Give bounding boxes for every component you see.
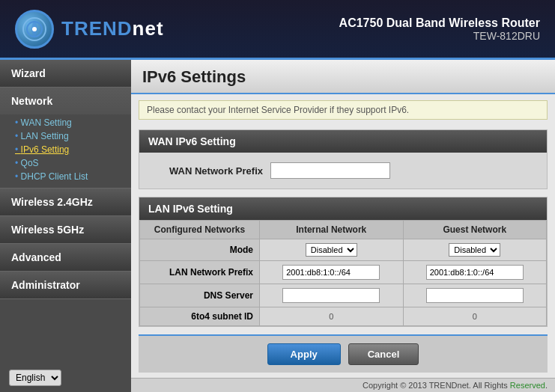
language-select[interactable]: English — [9, 370, 61, 386]
prefix-internal-cell — [260, 261, 404, 284]
main-layout: Wizard Network WAN Setting LAN Setting I… — [0, 60, 555, 392]
wan-prefix-label: WAN Network Prefix — [151, 165, 270, 177]
col-guest: Guest Network — [403, 221, 547, 239]
apply-button[interactable]: Apply — [267, 343, 341, 365]
lan-table: Configured Networks Internal Network Gue… — [139, 220, 547, 326]
dns-guest-input[interactable] — [426, 288, 524, 303]
6to4-label: 6to4 subnet ID — [140, 307, 260, 326]
sidebar-link-wan[interactable]: WAN Setting — [0, 116, 131, 129]
wan-section-header: WAN IPv6 Setting — [139, 130, 547, 153]
wan-prefix-row: WAN Network Prefix — [139, 159, 547, 183]
sidebar-section-network-title[interactable]: Network — [0, 88, 131, 114]
copyright-reserved: Reserved — [510, 381, 545, 390]
logo-brand: TREND — [61, 17, 133, 40]
6to4-guest-cell: 0 — [403, 307, 547, 326]
lan-row-dns: DNS Server — [140, 284, 547, 307]
sidebar-item-administrator[interactable]: Administrator — [0, 272, 131, 299]
lan-ipv6-section: LAN IPv6 Setting Configured Networks Int… — [139, 197, 548, 327]
device-model: AC1750 Dual Band Wireless Router — [339, 16, 540, 30]
cancel-button[interactable]: Cancel — [348, 343, 419, 365]
prefix-label: LAN Network Prefix — [140, 261, 260, 284]
device-sku: TEW-812DRU — [339, 30, 540, 42]
sidebar-link-lan[interactable]: LAN Setting — [0, 129, 131, 143]
content-area: IPv6 Settings Please contact your Intern… — [131, 60, 555, 392]
footer-buttons: Apply Cancel — [139, 334, 548, 373]
page-title: IPv6 Settings — [142, 67, 544, 87]
page-title-area: IPv6 Settings — [131, 60, 555, 94]
info-bar: Please contact your Internet Service Pro… — [139, 100, 548, 120]
sidebar-link-qos[interactable]: QoS — [0, 156, 131, 170]
sidebar: Wizard Network WAN Setting LAN Setting I… — [0, 60, 131, 392]
sidebar-item-wireless5[interactable]: Wireless 5GHz — [0, 216, 131, 244]
dns-guest-cell — [403, 284, 547, 307]
6to4-internal-value: 0 — [329, 312, 333, 321]
language-area: English — [0, 364, 131, 392]
sidebar-item-wireless24[interactable]: Wireless 2.4GHz — [0, 189, 131, 216]
mode-internal-select[interactable]: Disabled Enabled — [306, 243, 357, 257]
header: TRENDnet AC1750 Dual Band Wireless Route… — [0, 0, 555, 60]
col-internal: Internal Network — [260, 221, 404, 239]
sidebar-section-network: Network WAN Setting LAN Setting IPv6 Set… — [0, 88, 131, 189]
prefix-guest-input[interactable] — [426, 265, 524, 280]
sidebar-item-advanced[interactable]: Advanced — [0, 244, 131, 272]
logo-area: TRENDnet — [15, 10, 164, 49]
svg-point-2 — [32, 27, 37, 31]
6to4-guest-value: 0 — [473, 312, 477, 321]
sidebar-network-links: WAN Setting LAN Setting IPv6 Setting QoS… — [0, 114, 131, 188]
logo-brand-suffix: net — [133, 17, 164, 40]
lan-section-body: Configured Networks Internal Network Gue… — [139, 220, 547, 326]
info-text: Please contact your Internet Service Pro… — [147, 105, 409, 115]
prefix-internal-input[interactable] — [282, 265, 380, 280]
wan-section-body: WAN Network Prefix — [139, 153, 547, 189]
device-info: AC1750 Dual Band Wireless Router TEW-812… — [339, 16, 540, 42]
lan-section-header: LAN IPv6 Setting — [139, 197, 547, 220]
dns-internal-input[interactable] — [282, 288, 380, 303]
logo-icon — [15, 10, 54, 49]
lan-row-prefix: LAN Network Prefix — [140, 261, 547, 284]
prefix-guest-cell — [403, 261, 547, 284]
lan-row-6to4: 6to4 subnet ID 0 0 — [140, 307, 547, 326]
lan-row-mode: Mode Disabled Enabled Disabled E — [140, 239, 547, 261]
mode-label: Mode — [140, 239, 260, 261]
mode-guest-cell: Disabled Enabled — [403, 239, 547, 261]
dns-label: DNS Server — [140, 284, 260, 307]
wan-network-prefix-input[interactable] — [270, 162, 390, 179]
mode-guest-select[interactable]: Disabled Enabled — [449, 243, 500, 257]
dns-internal-cell — [260, 284, 404, 307]
6to4-internal-cell: 0 — [260, 307, 404, 326]
sidebar-link-ipv6[interactable]: IPv6 Setting — [0, 143, 131, 156]
mode-internal-cell: Disabled Enabled — [260, 239, 404, 261]
copyright-bar: Copyright © 2013 TRENDnet. All Rights Re… — [131, 378, 555, 392]
sidebar-link-dhcp[interactable]: DHCP Client List — [0, 170, 131, 183]
sidebar-item-wizard[interactable]: Wizard — [0, 60, 131, 88]
logo-text: TRENDnet — [61, 17, 164, 40]
wan-ipv6-section: WAN IPv6 Setting WAN Network Prefix — [139, 129, 548, 189]
col-configured: Configured Networks — [140, 221, 260, 239]
